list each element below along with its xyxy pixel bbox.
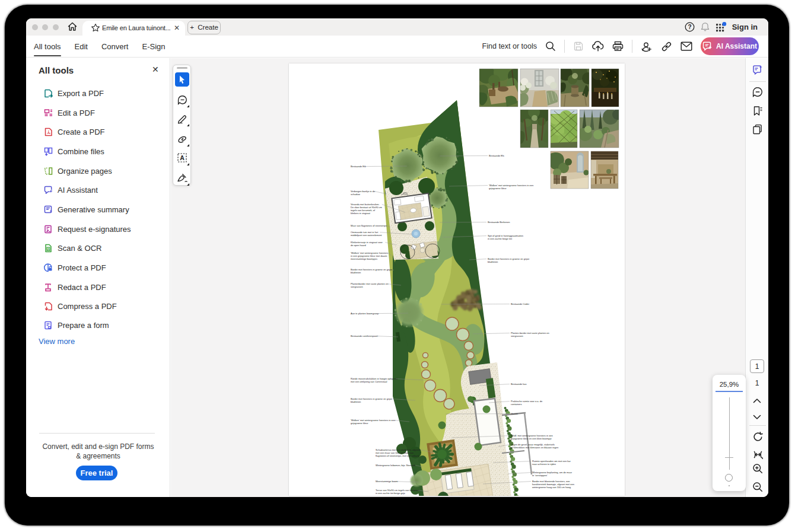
svg-text:klinkers in visgraat: klinkers in visgraat <box>351 212 371 215</box>
svg-text:?: ? <box>688 24 691 30</box>
svg-text:bladtinten: bladtinten <box>351 271 361 274</box>
svg-text:grijsgroene kleur en een klein: grijsgroene kleur en een klein boompje <box>511 437 552 440</box>
svg-text:of klimrekken met klimrozen en: of klimrekken met klimrozen en blauwe re… <box>511 446 558 449</box>
svg-text:grijsgroene kleur: grijsgroene kleur <box>351 422 368 425</box>
svg-text:met een omlijsting van Cortens: met een omlijsting van Cortenstaal <box>351 380 387 383</box>
svg-text:containers: containers <box>511 403 521 406</box>
svg-text:naar achteren te rijden: naar achteren te rijden <box>532 463 556 466</box>
svg-text:Gazon: Gazon <box>511 412 518 415</box>
svg-text:Bestaande Berkenen: Bestaande Berkenen <box>488 221 510 224</box>
svg-text:in een zachte beige tint: in een zachte beige tint <box>488 237 513 240</box>
svg-text:bladtinten: bladtinten <box>351 400 361 403</box>
svg-text:Wintergroene leibomen, bijv. S: Wintergroene leibomen, bijv. Steeneik <box>376 464 415 467</box>
svg-text:grijsgroene kleur: grijsgroene kleur <box>489 187 507 190</box>
svg-text:flagstones of steenstrips, met: flagstones of steenstrips, met een uitba… <box>376 454 419 457</box>
svg-text:A: A <box>180 154 185 161</box>
svg-text:Muur van flagstones of steenst: Muur van flagstones of steenstrips <box>351 224 387 227</box>
svg-text:meerstammige boompjes: meerstammige boompjes <box>351 257 377 260</box>
svg-text:Bestaande kas: Bestaande kas <box>511 383 526 386</box>
svg-text:te 'verstoppen': te 'verstoppen' <box>532 474 548 477</box>
svg-text:A: A <box>47 247 50 251</box>
svg-text:in een zachte tint beige-grijs: in een zachte tint beige-grijs <box>376 492 405 495</box>
svg-text:bladtinten: bladtinten <box>488 260 498 263</box>
svg-text:siergrassen: siergrassen <box>511 335 523 337</box>
svg-text:Aan te planten boomgroep: Aan te planten boomgroep <box>351 312 379 315</box>
svg-text:Bestaande Ceder: Bestaande Ceder <box>511 302 530 305</box>
svg-text:Bestaande coniferenpoort: Bestaande coniferenpoort <box>351 335 379 337</box>
svg-text:wintergroene haag van 100 cm h: wintergroene haag van 100 cm hoog <box>532 486 571 489</box>
svg-text:Bestaande Els: Bestaande Els <box>489 154 504 157</box>
svg-text:middelpunt een waterelement: middelpunt een waterelement <box>351 234 382 237</box>
svg-text:Bestaande Eik: Bestaande Eik <box>351 165 366 168</box>
svg-text:schaduw: schaduw <box>351 193 360 196</box>
svg-text:de open haard: de open haard <box>351 244 366 247</box>
svg-text:siergrassen: siergrassen <box>351 285 363 288</box>
